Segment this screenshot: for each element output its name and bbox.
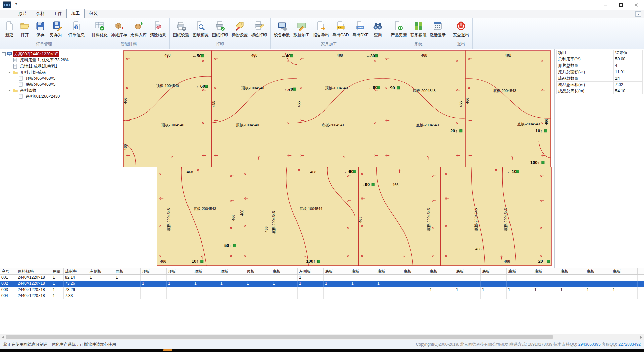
tree-expander-icon[interactable]: −	[2, 52, 6, 56]
ribbon-button-activate[interactable]: 激活登录	[428, 19, 447, 39]
grid-cell	[402, 281, 428, 287]
grid-row-4[interactable]: 0042440×1220×1817.33	[0, 293, 644, 299]
ribbon-group-label: 订单管理	[1, 41, 87, 48]
close-button[interactable]	[629, 0, 644, 10]
ribbon-button-new[interactable]: 新建	[2, 19, 17, 39]
grid-cell	[507, 293, 533, 299]
grid-cell: 73.26	[64, 287, 88, 293]
ribbon-group-3: 图纸设置图纸预览图纸打印标签设置标签打印打印	[170, 18, 271, 49]
cutting-layout-canvas[interactable]: 468466466顶板-1004540顶板-1004540←50←6046846…	[121, 49, 554, 268]
tree-expander-icon[interactable]: −	[8, 71, 11, 74]
tree-node-8[interactable]: 余料001:266×2430	[0, 93, 121, 99]
ribbon-button-exit[interactable]: 安全退出	[451, 19, 471, 39]
tree-node-2[interactable]: 原料用量:1, 优化率:73.26%	[0, 57, 121, 63]
grid-row-3[interactable]: 0032440×1220×18173.2611111111	[0, 287, 644, 293]
svg-text:466: 466	[475, 247, 481, 251]
menu-tab-5[interactable]: 包装	[85, 9, 102, 18]
grid-header-cell: 底板	[559, 268, 585, 274]
tree-node-6[interactable]: 底板:466×468×5	[0, 81, 121, 87]
status-right-text: Copyright(C)2000-2019, 北京同德科技有限公司研发 联系方式…	[416, 342, 641, 347]
grid-cell: 1	[141, 281, 167, 287]
svg-text:↓90: ↓90	[363, 182, 370, 187]
tree-node-7[interactable]: −余料回收	[0, 87, 121, 93]
grid-cell	[585, 275, 611, 281]
ribbon-button-preview[interactable]: 图纸预览	[191, 19, 210, 39]
grid-cell	[193, 293, 219, 299]
ribbon-button-optimize[interactable]: 排料优化	[90, 19, 109, 39]
grid-header-cell: 原料规格	[16, 268, 51, 274]
dxf-icon: DXF	[355, 21, 365, 31]
ribbon-button-service[interactable]: 联系客服	[409, 19, 428, 39]
ribbon-button-info[interactable]: i订单信息	[67, 19, 86, 39]
svg-text:466: 466	[544, 119, 548, 125]
ribbon-button-device[interactable]: 设备参数	[272, 19, 292, 39]
ribbon-button-instock[interactable]: 余料入库	[129, 19, 148, 39]
scroll-right-arrow-icon[interactable]	[638, 334, 644, 340]
grid-cell	[611, 275, 638, 281]
tree-node-label: 开料计划-成品	[19, 69, 47, 76]
ribbon-button-search[interactable]: 查询	[370, 19, 385, 39]
tree-node-5[interactable]: 顶板:466×468×5	[0, 75, 121, 81]
ribbon-button-clear[interactable]: 清除结果	[148, 19, 168, 39]
ribbon-button-cad[interactable]: CAD导出CAD	[331, 19, 351, 39]
results-row-2: 原片总数量4	[556, 62, 643, 69]
minimize-button[interactable]	[598, 0, 613, 10]
ribbon-button-dxf[interactable]: DXF导出DXF	[351, 19, 370, 39]
grid-cell	[271, 275, 298, 281]
menu-tab-2[interactable]: 余料	[32, 9, 49, 18]
grid-cell	[88, 293, 114, 299]
grid-cell	[402, 287, 428, 293]
scheme-icon	[7, 52, 12, 56]
app-icon[interactable]	[3, 1, 11, 8]
ribbon-button-printok[interactable]: 图纸打印	[210, 19, 230, 39]
grid-cell: 1	[481, 287, 507, 293]
horizontal-scrollbar[interactable]	[0, 334, 644, 340]
ribbon-button-labelset[interactable]: 标签设置	[230, 19, 249, 39]
menu-tab-1[interactable]: 原片	[14, 9, 32, 18]
status-right-part: Copyright(C)2000-2019, 北京同德科技有限公司研发 联系方式…	[416, 342, 528, 347]
ribbon-display-options-icon[interactable]: ▴	[635, 11, 641, 17]
grid-header-cell: 底板	[507, 268, 533, 274]
main-area: −方案002[2440×1220×18]原料用量:1, 优化率:73.26%总计…	[0, 49, 644, 268]
ribbon-button-drawset[interactable]: 图纸设置	[171, 19, 191, 39]
grid-header-cell: 左侧板	[298, 268, 324, 274]
grid-cell	[219, 275, 245, 281]
quick-access-arrow-icon[interactable]: ▾	[15, 2, 17, 6]
grid-cell: 1	[376, 281, 402, 287]
svg-text:底板-2004543: 底板-2004543	[517, 122, 540, 126]
new-icon	[4, 21, 14, 31]
scrollbar-thumb[interactable]	[6, 335, 553, 339]
ribbon-button-saveas[interactable]: 另存为...	[48, 19, 67, 39]
ribbon-button-update[interactable]: 产品更新	[389, 19, 409, 39]
grid-cell	[481, 293, 507, 299]
status-left-text: 您正在使用同德家具制造一体化生产系统，正版软件请放心使用	[3, 342, 116, 347]
menu-tab-3[interactable]: 工件	[49, 9, 66, 18]
info-icon: i	[71, 21, 82, 31]
menu-tab-4[interactable]: 加工	[66, 9, 85, 18]
tree-node-1[interactable]: −方案002[2440×1220×18]	[0, 51, 121, 57]
tree-node-4[interactable]: −开料计划-成品	[0, 69, 121, 75]
saveas-icon	[52, 21, 62, 31]
grid-row-1[interactable]: 0012440×1220×18182.14111	[0, 275, 644, 281]
ribbon-button-save[interactable]: 保存	[33, 19, 48, 39]
grid-header-cell: 序号	[0, 268, 16, 274]
svg-text:466: 466	[264, 226, 268, 232]
maximize-button[interactable]	[613, 0, 629, 10]
ribbon-button-labelprint[interactable]: 标签打印	[249, 19, 269, 39]
ribbon-button-reduce[interactable]: 冲减库存	[109, 19, 129, 39]
results-item-value: 59.00	[613, 56, 643, 62]
ribbon-button-open[interactable]: 打开	[17, 19, 33, 39]
labelset-icon	[234, 21, 245, 31]
scroll-left-arrow-icon[interactable]	[0, 334, 6, 340]
tree-expander-icon[interactable]: −	[8, 89, 11, 92]
ribbon-button-report[interactable]: 报告导出	[311, 19, 331, 39]
device-icon	[277, 21, 287, 31]
tree-node-3[interactable]: 总计11:成品10,余料1	[0, 63, 121, 69]
grid-row-2[interactable]: 0022440×1220×18173.261111111111	[0, 281, 644, 287]
svg-text:顶板-1004540: 顶板-1004540	[236, 123, 259, 127]
grid-cell	[611, 281, 638, 287]
status-right-part: 客服QQ:	[601, 342, 619, 347]
doc-icon	[18, 76, 23, 81]
ribbon-button-cnc[interactable]: 数控加工	[292, 19, 311, 39]
ribbon-group-label: 打印	[170, 41, 270, 48]
